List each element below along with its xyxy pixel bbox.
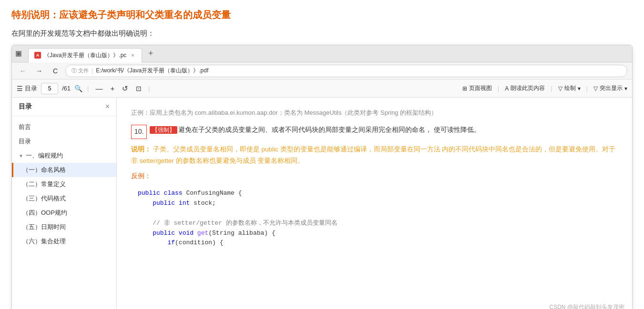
tab-label: 《Java开发手册（泰山版）》.pc <box>44 51 126 60</box>
forward-btn[interactable]: → <box>33 65 45 77</box>
page-total: /61 <box>62 85 71 92</box>
note-section: 说明： 子类、父类成员变量名相同，即使是 public 类型的变量也是能够通过编… <box>131 144 618 167</box>
pdf-previous-text: 正例：应用上类包名为 com.alibaba.ei.kumon.aap.dor；… <box>131 107 618 118</box>
page-view-label: 页面视图 <box>469 84 492 92</box>
example-section: 反例： public class ConfusingName { public … <box>131 170 618 252</box>
code-line-6: if(condition) { <box>138 238 611 248</box>
toc-item-collection[interactable]: （六）集合处理 <box>12 234 116 249</box>
window-control-btn[interactable]: ■ <box>16 51 21 57</box>
code-line-3 <box>138 209 611 219</box>
page-view-btn[interactable]: ⊞ 页面视图 <box>462 84 492 92</box>
search-icon[interactable]: 🔍 <box>74 85 82 92</box>
toc-item-naming[interactable]: （一）命名风格 <box>12 163 116 177</box>
rule-text: 【强制】避免在子父类的成员变量之间、或者不同代码块的局部变量之间采用完全相同的命… <box>150 124 618 136</box>
address-path: E:/work/书/《Java开发手册（泰山版）》.pdf <box>96 67 208 75</box>
highlight-icon: ▽ <box>593 85 598 92</box>
pdf-page-content: 正例：应用上类包名为 com.alibaba.ei.kumon.aap.dor；… <box>117 98 632 309</box>
refresh-btn[interactable]: C <box>49 65 61 77</box>
code-line-5: public void get(String alibaba) { <box>138 229 611 239</box>
zoom-out-btn[interactable]: — <box>93 84 104 92</box>
tab-favicon: A <box>34 52 41 59</box>
separator3: | <box>498 85 499 92</box>
toc-lines-icon: ☰ <box>17 85 23 92</box>
address-input[interactable]: ① 文件 | E:/work/书/《Java开发手册（泰山版）》.pdf <box>65 65 627 77</box>
new-tab-btn[interactable]: + <box>144 47 157 60</box>
code-line-4: // 非 setter/getter 的参数名称，不允许与本类成员变量同名 <box>138 219 611 229</box>
toc-panel: 目录 × 前言 目录 ▼ 一、编程规约 （一）命名风格 （二）常量定义 （三）代… <box>12 98 117 309</box>
active-tab[interactable]: A 《Java开发手册（泰山版）》.pc × <box>28 48 142 62</box>
address-bar: ← → C ① 文件 | E:/work/书/《Java开发手册（泰山版）》.p… <box>12 62 632 80</box>
toc-item-datetime[interactable]: （五）日期时间 <box>12 220 116 234</box>
toc-item-oop[interactable]: （四）OOP规约 <box>12 206 116 220</box>
page-view-icon: ⊞ <box>462 85 467 92</box>
toc-item-toc[interactable]: 目录 <box>12 134 116 149</box>
page-number-input[interactable] <box>41 83 58 94</box>
read-aloud-icon: A <box>505 85 509 92</box>
highlight-dropdown-icon: ▾ <box>624 85 627 92</box>
read-aloud-btn[interactable]: A 朗读此页内容 <box>505 84 545 92</box>
zoom-fit-btn[interactable]: ⊡ <box>134 85 143 92</box>
tab-bar: ■ A 《Java开发手册（泰山版）》.pc × + <box>12 45 632 62</box>
zoom-in-btn[interactable]: + <box>108 84 116 92</box>
draw-dropdown-icon: ▾ <box>578 85 581 92</box>
toc-header: 目录 × <box>12 98 116 116</box>
toc-item-chapter1[interactable]: ▼ 一、编程规约 <box>12 149 116 163</box>
separator5: | <box>586 85 588 92</box>
security-indicator: ① 文件 <box>72 67 89 74</box>
toc-close-btn[interactable]: × <box>105 102 110 111</box>
rule-badge: 【强制】 <box>150 126 177 134</box>
code-block: public class ConfusingName { public int … <box>131 185 618 252</box>
separator2: | <box>148 85 150 92</box>
back-btn[interactable]: ← <box>17 65 29 77</box>
highlight-btn[interactable]: ▽ 突出显示 ▾ <box>593 84 627 92</box>
draw-label: 绘制 <box>564 84 576 92</box>
separator4: | <box>551 85 552 92</box>
draw-icon: ▽ <box>558 85 562 92</box>
pdf-content-area: 目录 × 前言 目录 ▼ 一、编程规约 （一）命名风格 （二）常量定义 （三）代… <box>12 98 632 309</box>
example-label: 反例： <box>131 170 618 182</box>
read-aloud-label: 朗读此页内容 <box>511 84 545 92</box>
pdf-toolbar: ☰ 目录 /61 🔍 | — + ↺ ⊡ | ⊞ 页面视图 | A 朗读此页内容 <box>12 80 632 98</box>
toc-item-preface[interactable]: 前言 <box>12 120 116 134</box>
tab-close-btn[interactable]: × <box>129 52 136 59</box>
toc-item-format[interactable]: （三）代码格式 <box>12 191 116 206</box>
article-title: 特别说明：应该避免子类声明和父类重名的成员变量 <box>11 9 633 21</box>
toc-label: 目录 <box>25 84 37 93</box>
browser-window: ■ A 《Java开发手册（泰山版）》.pc × + ← → C ① 文件 | … <box>11 45 633 309</box>
note-label: 说明： <box>131 146 151 153</box>
code-line-2: public int stock; <box>138 199 611 209</box>
toc-item-const[interactable]: （二）常量定义 <box>12 177 116 191</box>
chapter1-arrow: ▼ <box>19 153 23 159</box>
toolbar-right-section: ⊞ 页面视图 | A 朗读此页内容 | ▽ 绘制 ▾ | ▽ 突出显示 <box>462 84 627 92</box>
chapter1-label: 一、编程规约 <box>26 151 63 160</box>
separator1: | <box>87 85 89 92</box>
window-controls: ■ <box>16 51 21 57</box>
zoom-rotate-btn[interactable]: ↺ <box>120 84 130 93</box>
code-line-1: public class ConfusingName { <box>138 189 611 199</box>
toc-items-list: 前言 目录 ▼ 一、编程规约 （一）命名风格 （二）常量定义 （三）代码格式 （… <box>12 116 116 252</box>
toc-toggle-btn[interactable]: ☰ 目录 <box>17 84 37 93</box>
draw-btn[interactable]: ▽ 绘制 ▾ <box>558 84 581 92</box>
rule-block: 10. 【强制】避免在子父类的成员变量之间、或者不同代码块的局部变量之间采用完全… <box>131 124 618 139</box>
toc-panel-title: 目录 <box>19 102 32 111</box>
highlight-label: 突出显示 <box>600 84 623 92</box>
article-subtitle: 在阿里的开发规范等文档中都做出明确说明： <box>11 29 633 38</box>
watermark: CSDN @敲代码敲到头发茂密 <box>549 302 624 309</box>
rule-number-box: 10. <box>131 125 147 139</box>
